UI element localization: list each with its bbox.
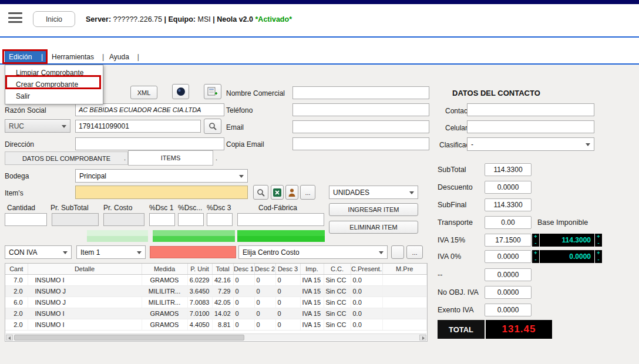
plus-icon[interactable]: + [595, 250, 602, 257]
eliminar-item-button[interactable]: ELIMINAR ITEM [329, 221, 418, 234]
razon-social-input[interactable] [75, 103, 224, 116]
column-header[interactable]: C.C. [324, 264, 351, 274]
no-obj-iva-value[interactable]: 0.0000 [485, 286, 532, 299]
contacto-input[interactable] [467, 103, 594, 116]
search-client-button[interactable] [204, 119, 221, 134]
tab-datos-comprobante[interactable]: DATOS DEL COMPROBANTE [5, 151, 128, 165]
dsc2-input[interactable] [178, 213, 204, 226]
plus-icon[interactable]: + [532, 234, 539, 240]
unidades-value: UNIDADES [333, 188, 369, 197]
transporte-value[interactable]: 0.00 [485, 216, 532, 229]
con-iva-select[interactable]: CON IVA [5, 245, 72, 259]
minus-icon[interactable]: - [532, 240, 539, 247]
iva0-base-stepper-left[interactable]: + - [532, 250, 539, 263]
cantidad-input[interactable] [5, 213, 47, 226]
iva0-base-stepper-right[interactable]: + - [595, 250, 602, 263]
globe-button[interactable] [172, 84, 189, 99]
ruc-type-select[interactable]: RUC [5, 119, 70, 133]
copia-email-input[interactable] [292, 137, 429, 150]
table-row[interactable]: 2.0INSUMO IGRAMOS4.40508.81000IVA 15Sin … [5, 319, 427, 330]
dsc3-input[interactable] [207, 213, 233, 226]
search-icon [208, 122, 217, 130]
scroll-right-icon[interactable] [419, 335, 426, 341]
menu-edicion[interactable]: Edición | [5, 50, 47, 63]
table-cell: IVA 15 [300, 274, 324, 285]
iva15-base-stepper-right[interactable]: + - [595, 234, 602, 247]
iva0-value[interactable]: 0.0000 [485, 250, 532, 263]
bodega-select[interactable]: Principal [75, 169, 248, 183]
column-header[interactable]: Desc 2 [254, 264, 275, 274]
column-header[interactable]: P. Unit [187, 264, 212, 274]
column-header[interactable]: M.Pre [382, 264, 427, 274]
descuento-value[interactable]: 0.0000 [485, 181, 532, 194]
column-header[interactable]: Total [212, 264, 233, 274]
iva15-value[interactable]: 17.1500 [485, 234, 532, 247]
ruc-input[interactable] [75, 120, 201, 133]
table-cell: GRAMOS [142, 319, 187, 330]
column-header[interactable]: Imp. [300, 264, 324, 274]
pr-costo-label: Pr. Costo [103, 204, 132, 212]
minus-icon[interactable]: - [532, 257, 539, 263]
table-cell: Sin CC [324, 296, 351, 308]
subtotal-value[interactable]: 114.3300 [485, 163, 532, 176]
search-item-button[interactable] [253, 185, 268, 200]
centro-costo-select[interactable]: Elija Centro Costo [238, 245, 388, 259]
minus-icon[interactable]: - [595, 257, 602, 263]
cod-fabrica-input[interactable] [237, 213, 324, 226]
centro-costo-small-button[interactable] [391, 245, 404, 259]
table-cell: 0 [275, 319, 300, 330]
menu-ayuda[interactable]: Ayuda | [109, 50, 139, 63]
column-header[interactable]: Cant [5, 264, 28, 274]
table-row[interactable]: 2.0INSUMO JMILILITR...3.64507.29000IVA 1… [5, 285, 427, 296]
table-cell: 0 [254, 308, 275, 319]
telefono-input[interactable] [292, 103, 429, 116]
exento-iva-value[interactable]: 0.0000 [485, 304, 532, 316]
column-header[interactable]: Desc 3 [275, 264, 300, 274]
nombre-comercial-input[interactable] [292, 86, 429, 99]
scroll-left-icon[interactable] [6, 335, 13, 341]
hamburger-menu-icon[interactable] [8, 12, 22, 23]
column-header[interactable]: Desc 1 [233, 264, 254, 274]
pr-costo-input[interactable] [103, 213, 144, 226]
table-row[interactable]: 2.0INSUMO IGRAMOS7.010014.02000IVA 15Sin… [5, 308, 427, 319]
direccion-input[interactable] [75, 137, 224, 150]
item-number-select[interactable]: Item 1 [76, 245, 146, 259]
email-input[interactable] [292, 120, 429, 133]
email-label: Email [226, 123, 244, 132]
item-more-button[interactable]: ... [300, 185, 315, 200]
otros-value[interactable]: 0.0000 [485, 268, 532, 281]
table-row[interactable]: 7.0INSUMO IGRAMOS6.022942.16000IVA 15Sin… [5, 274, 427, 285]
horizontal-scrollbar[interactable] [6, 333, 426, 341]
table-cell: 0 [254, 285, 275, 296]
razon-social-label: Razón Social [5, 106, 46, 114]
ingresar-item-button[interactable]: INGRESAR ITEM [329, 203, 418, 216]
new-invoice-button[interactable] [204, 84, 221, 99]
pr-subtotal-input[interactable] [52, 213, 99, 226]
table-row[interactable]: 6.0INSUMO JMILILITR...7.008342.05000IVA … [5, 296, 427, 308]
tab-items[interactable]: ITEMS [128, 150, 213, 166]
column-header[interactable]: C.Present. [351, 264, 382, 274]
centro-costo-more-button[interactable]: ... [406, 245, 423, 259]
inicio-button[interactable]: Inicio [33, 11, 75, 27]
person-button[interactable] [285, 185, 298, 200]
column-header[interactable]: Medida [142, 264, 187, 274]
column-header[interactable]: Detalle [28, 264, 142, 274]
menu-item-salir[interactable]: Salir [5, 90, 103, 102]
iva15-base-stepper-left[interactable]: + - [532, 234, 539, 247]
item-search-input[interactable] [75, 186, 248, 199]
xml-button[interactable]: XML [130, 86, 157, 99]
menu-herramientas[interactable]: Herramientas | [52, 50, 104, 63]
subfinal-value[interactable]: 114.3300 [485, 198, 532, 211]
plus-icon[interactable]: + [595, 234, 602, 240]
excel-export-button[interactable] [271, 185, 284, 200]
iva15-base-value: 114.3000 [540, 234, 594, 247]
minus-icon[interactable]: - [595, 240, 602, 247]
celular-input[interactable] [467, 120, 594, 133]
clasificacion-select[interactable]: - [467, 137, 594, 151]
unidades-select[interactable]: UNIDADES [329, 186, 418, 199]
dsc1-input[interactable] [149, 213, 175, 226]
menu-item-limpiar-comprobante[interactable]: Limpiar Comprobante [5, 67, 103, 79]
menu-item-crear-comprobante[interactable]: Crear Comprobante [5, 79, 103, 90]
plus-icon[interactable]: + [532, 250, 539, 257]
scrollbar-thumb[interactable] [14, 335, 244, 341]
